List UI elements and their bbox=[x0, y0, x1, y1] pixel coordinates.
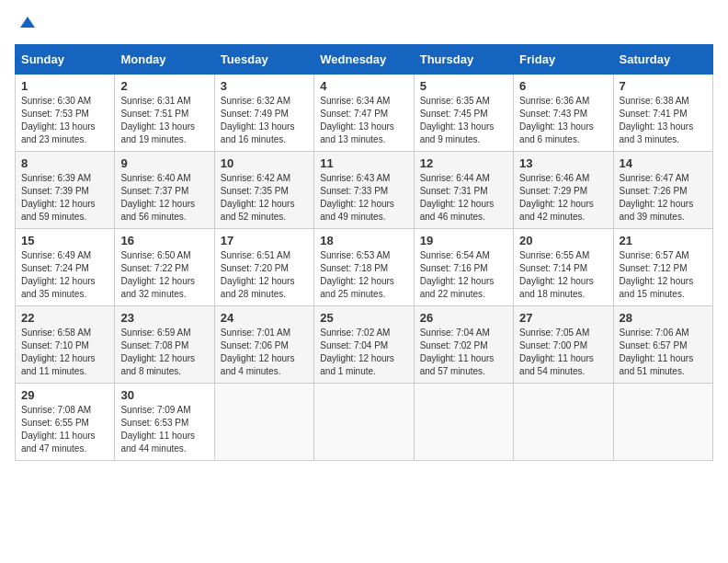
calendar-cell bbox=[613, 384, 712, 461]
day-number: 28 bbox=[620, 311, 707, 325]
day-info: Sunrise: 6:55 AM Sunset: 7:14 PM Dayligh… bbox=[519, 249, 607, 301]
day-info: Sunrise: 7:05 AM Sunset: 7:00 PM Dayligh… bbox=[519, 327, 607, 378]
day-info: Sunrise: 6:43 AM Sunset: 7:33 PM Dayligh… bbox=[320, 172, 407, 224]
day-info: Sunrise: 6:31 AM Sunset: 7:51 PM Dayligh… bbox=[120, 95, 208, 146]
calendar-cell: 6 Sunrise: 6:36 AM Sunset: 7:43 PM Dayli… bbox=[514, 75, 613, 152]
calendar-week-1: 1 Sunrise: 6:30 AM Sunset: 7:53 PM Dayli… bbox=[16, 75, 713, 152]
day-number: 1 bbox=[21, 79, 108, 93]
day-number: 4 bbox=[320, 79, 407, 93]
day-number: 5 bbox=[420, 79, 507, 93]
day-info: Sunrise: 6:42 AM Sunset: 7:35 PM Dayligh… bbox=[221, 172, 308, 224]
calendar-cell: 5 Sunrise: 6:35 AM Sunset: 7:45 PM Dayli… bbox=[414, 75, 513, 152]
day-info: Sunrise: 6:44 AM Sunset: 7:31 PM Dayligh… bbox=[420, 172, 507, 224]
calendar-cell: 3 Sunrise: 6:32 AM Sunset: 7:49 PM Dayli… bbox=[214, 75, 313, 152]
calendar-cell: 19 Sunrise: 6:54 AM Sunset: 7:16 PM Dayl… bbox=[414, 229, 513, 306]
calendar-cell: 9 Sunrise: 6:40 AM Sunset: 7:37 PM Dayli… bbox=[115, 152, 214, 229]
day-header-tuesday: Tuesday bbox=[214, 45, 313, 75]
svg-marker-0 bbox=[20, 17, 35, 28]
calendar-cell bbox=[214, 384, 313, 461]
calendar-cell: 22 Sunrise: 6:58 AM Sunset: 7:10 PM Dayl… bbox=[16, 306, 115, 384]
day-header-thursday: Thursday bbox=[414, 45, 513, 75]
calendar-cell: 15 Sunrise: 6:49 AM Sunset: 7:24 PM Dayl… bbox=[16, 229, 115, 306]
day-number: 2 bbox=[120, 79, 208, 93]
calendar-cell: 7 Sunrise: 6:38 AM Sunset: 7:41 PM Dayli… bbox=[613, 75, 712, 152]
day-info: Sunrise: 6:57 AM Sunset: 7:12 PM Dayligh… bbox=[620, 249, 707, 301]
calendar-cell: 1 Sunrise: 6:30 AM Sunset: 7:53 PM Dayli… bbox=[16, 75, 115, 152]
day-header-wednesday: Wednesday bbox=[314, 45, 414, 75]
day-number: 17 bbox=[221, 234, 308, 247]
day-info: Sunrise: 6:54 AM Sunset: 7:16 PM Dayligh… bbox=[420, 249, 507, 301]
day-number: 7 bbox=[620, 79, 707, 93]
day-info: Sunrise: 6:53 AM Sunset: 7:18 PM Dayligh… bbox=[320, 249, 407, 301]
day-number: 13 bbox=[519, 156, 607, 170]
day-number: 3 bbox=[221, 79, 308, 93]
calendar-cell: 27 Sunrise: 7:05 AM Sunset: 7:00 PM Dayl… bbox=[514, 306, 613, 384]
calendar-cell bbox=[514, 384, 613, 461]
day-number: 10 bbox=[221, 156, 308, 170]
day-number: 29 bbox=[21, 388, 108, 402]
calendar-cell: 14 Sunrise: 6:47 AM Sunset: 7:26 PM Dayl… bbox=[613, 152, 712, 229]
calendar-cell: 24 Sunrise: 7:01 AM Sunset: 7:06 PM Dayl… bbox=[214, 306, 313, 384]
calendar-cell: 25 Sunrise: 7:02 AM Sunset: 7:04 PM Dayl… bbox=[314, 306, 414, 384]
day-info: Sunrise: 6:32 AM Sunset: 7:49 PM Dayligh… bbox=[221, 95, 308, 146]
day-info: Sunrise: 6:36 AM Sunset: 7:43 PM Dayligh… bbox=[519, 95, 607, 146]
calendar-cell: 10 Sunrise: 6:42 AM Sunset: 7:35 PM Dayl… bbox=[214, 152, 313, 229]
day-info: Sunrise: 6:35 AM Sunset: 7:45 PM Dayligh… bbox=[420, 95, 507, 146]
day-number: 23 bbox=[120, 311, 208, 325]
day-header-sunday: Sunday bbox=[16, 45, 115, 75]
day-number: 26 bbox=[420, 311, 507, 325]
day-info: Sunrise: 6:46 AM Sunset: 7:29 PM Dayligh… bbox=[519, 172, 607, 224]
calendar-cell: 21 Sunrise: 6:57 AM Sunset: 7:12 PM Dayl… bbox=[613, 229, 712, 306]
calendar-cell: 13 Sunrise: 6:46 AM Sunset: 7:29 PM Dayl… bbox=[514, 152, 613, 229]
calendar-cell: 20 Sunrise: 6:55 AM Sunset: 7:14 PM Dayl… bbox=[514, 229, 613, 306]
day-number: 25 bbox=[320, 311, 407, 325]
day-info: Sunrise: 7:02 AM Sunset: 7:04 PM Dayligh… bbox=[320, 327, 407, 378]
calendar-cell: 28 Sunrise: 7:06 AM Sunset: 6:57 PM Dayl… bbox=[613, 306, 712, 384]
calendar-cell: 11 Sunrise: 6:43 AM Sunset: 7:33 PM Dayl… bbox=[314, 152, 414, 229]
day-number: 9 bbox=[120, 156, 208, 170]
day-number: 14 bbox=[620, 156, 707, 170]
day-header-monday: Monday bbox=[115, 45, 214, 75]
day-info: Sunrise: 6:39 AM Sunset: 7:39 PM Dayligh… bbox=[21, 172, 108, 224]
day-info: Sunrise: 7:01 AM Sunset: 7:06 PM Dayligh… bbox=[221, 327, 308, 378]
calendar-cell: 23 Sunrise: 6:59 AM Sunset: 7:08 PM Dayl… bbox=[115, 306, 214, 384]
calendar-cell: 30 Sunrise: 7:09 AM Sunset: 6:53 PM Dayl… bbox=[115, 384, 214, 461]
day-number: 20 bbox=[519, 234, 607, 247]
day-number: 22 bbox=[21, 311, 108, 325]
day-info: Sunrise: 7:04 AM Sunset: 7:02 PM Dayligh… bbox=[420, 327, 507, 378]
calendar-cell: 18 Sunrise: 6:53 AM Sunset: 7:18 PM Dayl… bbox=[314, 229, 414, 306]
day-number: 30 bbox=[120, 388, 208, 402]
day-info: Sunrise: 6:51 AM Sunset: 7:20 PM Dayligh… bbox=[221, 249, 308, 301]
day-info: Sunrise: 6:30 AM Sunset: 7:53 PM Dayligh… bbox=[21, 95, 108, 146]
day-number: 21 bbox=[620, 234, 707, 247]
day-info: Sunrise: 6:49 AM Sunset: 7:24 PM Dayligh… bbox=[21, 249, 108, 301]
calendar-week-5: 29 Sunrise: 7:08 AM Sunset: 6:55 PM Dayl… bbox=[16, 384, 713, 461]
day-header-saturday: Saturday bbox=[613, 45, 712, 75]
calendar-cell bbox=[314, 384, 414, 461]
day-number: 24 bbox=[221, 311, 308, 325]
day-info: Sunrise: 7:08 AM Sunset: 6:55 PM Dayligh… bbox=[21, 404, 108, 455]
day-number: 8 bbox=[21, 156, 108, 170]
calendar-table: SundayMondayTuesdayWednesdayThursdayFrid… bbox=[15, 44, 713, 461]
day-number: 18 bbox=[320, 234, 407, 247]
calendar-header-row: SundayMondayTuesdayWednesdayThursdayFrid… bbox=[16, 45, 713, 75]
day-info: Sunrise: 6:59 AM Sunset: 7:08 PM Dayligh… bbox=[120, 327, 208, 378]
calendar-cell bbox=[414, 384, 513, 461]
day-number: 16 bbox=[120, 234, 208, 247]
calendar-cell: 8 Sunrise: 6:39 AM Sunset: 7:39 PM Dayli… bbox=[16, 152, 115, 229]
day-number: 15 bbox=[21, 234, 108, 247]
calendar-cell: 12 Sunrise: 6:44 AM Sunset: 7:31 PM Dayl… bbox=[414, 152, 513, 229]
day-info: Sunrise: 7:06 AM Sunset: 6:57 PM Dayligh… bbox=[620, 327, 707, 378]
day-info: Sunrise: 6:50 AM Sunset: 7:22 PM Dayligh… bbox=[120, 249, 208, 301]
day-info: Sunrise: 6:58 AM Sunset: 7:10 PM Dayligh… bbox=[21, 327, 108, 378]
day-number: 19 bbox=[420, 234, 507, 247]
calendar-cell: 17 Sunrise: 6:51 AM Sunset: 7:20 PM Dayl… bbox=[214, 229, 313, 306]
day-info: Sunrise: 7:09 AM Sunset: 6:53 PM Dayligh… bbox=[120, 404, 208, 455]
calendar-cell: 16 Sunrise: 6:50 AM Sunset: 7:22 PM Dayl… bbox=[115, 229, 214, 306]
day-number: 12 bbox=[420, 156, 507, 170]
day-info: Sunrise: 6:47 AM Sunset: 7:26 PM Dayligh… bbox=[620, 172, 707, 224]
day-number: 27 bbox=[519, 311, 607, 325]
day-number: 6 bbox=[519, 79, 607, 93]
calendar-cell: 4 Sunrise: 6:34 AM Sunset: 7:47 PM Dayli… bbox=[314, 75, 414, 152]
day-info: Sunrise: 6:38 AM Sunset: 7:41 PM Dayligh… bbox=[620, 95, 707, 146]
